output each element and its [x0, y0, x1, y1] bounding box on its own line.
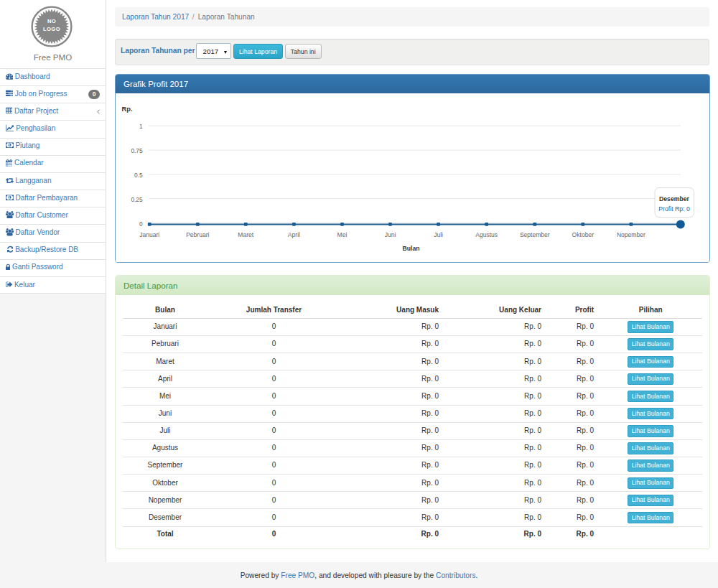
- svg-text:Nopember: Nopember: [617, 231, 645, 238]
- svg-text:Januari: Januari: [139, 231, 159, 238]
- svg-text:0.5: 0.5: [134, 172, 143, 179]
- svg-text:Bulan: Bulan: [403, 245, 420, 252]
- svg-text:0.75: 0.75: [131, 147, 143, 154]
- svg-text:Juni: Juni: [385, 231, 396, 238]
- svg-text:Mei: Mei: [337, 231, 348, 238]
- svg-text:1: 1: [139, 123, 143, 130]
- svg-text:Rp.: Rp.: [122, 106, 133, 113]
- svg-text:NO: NO: [47, 18, 56, 24]
- svg-text:Agustus: Agustus: [475, 231, 498, 238]
- svg-text:Pebruari: Pebruari: [186, 231, 209, 238]
- svg-text:LOGO: LOGO: [43, 26, 60, 32]
- svg-text:Desember: Desember: [659, 195, 690, 202]
- svg-text:Profit Rp: 0: Profit Rp: 0: [658, 205, 690, 213]
- svg-text:Juli: Juli: [434, 231, 443, 238]
- svg-text:September: September: [520, 231, 550, 238]
- svg-text:0: 0: [139, 220, 143, 228]
- svg-text:0.25: 0.25: [131, 196, 143, 203]
- svg-text:Maret: Maret: [238, 231, 253, 238]
- svg-text:April: April: [288, 231, 300, 238]
- svg-text:Oktober: Oktober: [572, 231, 595, 238]
